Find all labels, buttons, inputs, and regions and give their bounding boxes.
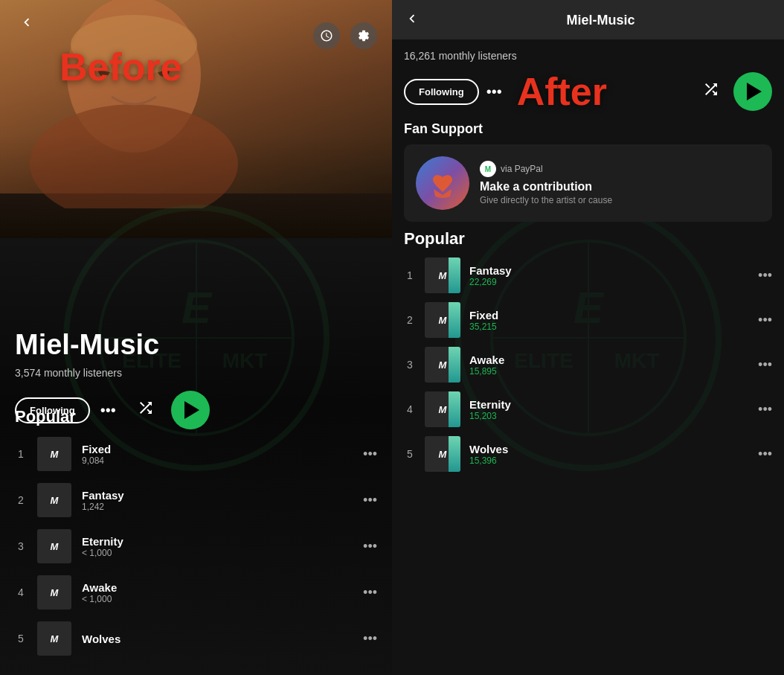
right-track-plays-1: 22,269: [469, 277, 749, 287]
left-track-title-3: Eternity: [82, 535, 353, 548]
left-back-button[interactable]: [15, 10, 39, 34]
left-track-info-4: Awake < 1,000: [82, 581, 353, 604]
right-header: Miel-Music: [392, 0, 784, 39]
left-icons: [313, 22, 377, 49]
right-track-info-5: Wolves 15,396: [469, 443, 749, 466]
right-track-plays-2: 35,215: [469, 321, 749, 332]
right-track-more-1[interactable]: •••: [758, 268, 772, 284]
right-more-button[interactable]: •••: [486, 83, 502, 100]
right-track-row-1: 1 M Fantasy 22,269 •••: [404, 257, 772, 293]
left-track-num-2: 2: [15, 494, 27, 506]
right-track-more-2[interactable]: •••: [758, 313, 772, 328]
right-track-thumb-5: M: [425, 436, 460, 472]
left-track-info-3: Eternity < 1,000: [82, 535, 353, 558]
left-track-thumb-3: M: [37, 529, 71, 563]
left-track-title-1: Fixed: [82, 443, 353, 455]
right-track-plays-5: 15,396: [469, 455, 749, 466]
left-track-row-3: 3 M Eternity < 1,000 •••: [15, 529, 377, 563]
settings-icon[interactable]: [350, 22, 377, 49]
left-track-thumb-1: M: [37, 437, 71, 471]
fan-support-title: Make a contribution: [480, 180, 760, 193]
right-track-num-3: 3: [404, 359, 416, 371]
right-track-thumb-2: M: [425, 302, 460, 338]
right-track-more-5[interactable]: •••: [758, 447, 772, 462]
left-track-plays-1: 9,084: [82, 455, 353, 466]
left-track-row-4: 4 M Awake < 1,000 •••: [15, 575, 377, 610]
right-shuffle-button[interactable]: [702, 80, 720, 103]
fan-support-text: M via PayPal Make a contribution Give di…: [480, 161, 760, 205]
teal-accent-1: [449, 257, 460, 293]
left-track-num-5: 5: [15, 633, 27, 644]
left-panel: E ELITE MKT Be: [0, 0, 392, 675]
left-track-thumb-2: M: [37, 483, 71, 517]
left-track-row-1: 1 M Fixed 9,084 •••: [15, 437, 377, 471]
left-track-more-3[interactable]: •••: [363, 539, 377, 554]
left-track-plays-2: 1,242: [82, 502, 353, 512]
right-track-more-4[interactable]: •••: [758, 402, 772, 418]
teal-accent-5: [449, 436, 460, 472]
fan-support-heading: Fan Support: [404, 121, 772, 137]
right-play-button[interactable]: [733, 72, 772, 111]
fan-support-via-row: M via PayPal: [480, 161, 760, 177]
right-track-title-1: Fantasy: [469, 264, 749, 277]
right-track-row-5: 5 M Wolves 15,396 •••: [404, 436, 772, 472]
right-track-title-4: Eternity: [469, 398, 749, 411]
fan-support-m-icon: M: [480, 161, 496, 177]
right-track-row-3: 3 M Awake 15,895 •••: [404, 347, 772, 383]
left-artist-name: Miel-Music: [15, 330, 210, 361]
left-monthly-listeners: 3,574 monthly listeners: [15, 367, 210, 379]
fan-support-subtitle: Give directly to the artist or cause: [480, 195, 760, 205]
left-track-more-5[interactable]: •••: [363, 631, 377, 647]
right-back-button[interactable]: [404, 10, 420, 31]
right-monthly-listeners: 16,261 monthly listeners: [404, 39, 772, 69]
fan-support-card[interactable]: M via PayPal Make a contribution Give di…: [404, 144, 772, 222]
right-track-plays-3: 15,895: [469, 366, 749, 377]
right-track-more-3[interactable]: •••: [758, 357, 772, 373]
left-track-num-3: 3: [15, 540, 27, 552]
teal-accent-4: [449, 391, 460, 427]
after-label: After: [517, 69, 607, 114]
left-track-more-2[interactable]: •••: [363, 493, 377, 508]
left-track-num-4: 4: [15, 586, 27, 598]
left-track-info-5: Wolves: [82, 633, 353, 645]
fan-support-icon: [416, 156, 469, 210]
left-track-more-4[interactable]: •••: [363, 585, 377, 601]
left-popular-section: Popular 1 M Fixed 9,084 ••• 2 M F: [0, 400, 392, 675]
right-track-row-2: 2 M Fixed 35,215 •••: [404, 302, 772, 338]
left-track-num-1: 1: [15, 448, 27, 460]
left-track-title-4: Awake: [82, 581, 353, 594]
right-popular-heading: Popular: [404, 229, 772, 249]
right-track-num-1: 1: [404, 269, 416, 281]
fan-support-via-label: via PayPal: [501, 164, 543, 174]
right-track-row-4: 4 M Eternity 15,203 •••: [404, 391, 772, 427]
timer-icon[interactable]: [313, 22, 340, 49]
right-track-title-5: Wolves: [469, 443, 749, 455]
left-track-plays-3: < 1,000: [82, 548, 353, 558]
right-panel: Miel-Music E ELITE MKT 16,261 monthly li…: [392, 0, 784, 675]
left-content: Before Miel-Music 3,574 monthly listener…: [0, 0, 392, 675]
left-track-thumb-4: M: [37, 575, 71, 610]
left-track-row-5: 5 M Wolves •••: [15, 621, 377, 656]
play-triangle-right: [747, 83, 762, 100]
right-header-title: Miel-Music: [429, 13, 772, 28]
right-track-num-5: 5: [404, 448, 416, 460]
right-content: 16,261 monthly listeners Following ••• A…: [392, 39, 784, 472]
left-track-thumb-5: M: [37, 621, 71, 656]
right-track-thumb-4: M: [425, 391, 460, 427]
right-track-thumb-1: M: [425, 257, 460, 293]
right-track-info-4: Eternity 15,203: [469, 398, 749, 421]
left-track-title-2: Fantasy: [82, 489, 353, 502]
left-popular-heading: Popular: [15, 407, 377, 426]
teal-accent-3: [449, 347, 460, 383]
right-following-button[interactable]: Following: [404, 79, 479, 105]
right-track-title-3: Awake: [469, 354, 749, 366]
right-track-info-1: Fantasy 22,269: [469, 264, 749, 287]
left-track-more-1[interactable]: •••: [363, 447, 377, 462]
left-track-info-1: Fixed 9,084: [82, 443, 353, 466]
teal-accent-2: [449, 302, 460, 338]
left-track-info-2: Fantasy 1,242: [82, 489, 353, 512]
left-track-title-5: Wolves: [82, 633, 353, 645]
left-track-row-2: 2 M Fantasy 1,242 •••: [15, 483, 377, 517]
right-track-title-2: Fixed: [469, 309, 749, 321]
right-track-info-2: Fixed 35,215: [469, 309, 749, 332]
